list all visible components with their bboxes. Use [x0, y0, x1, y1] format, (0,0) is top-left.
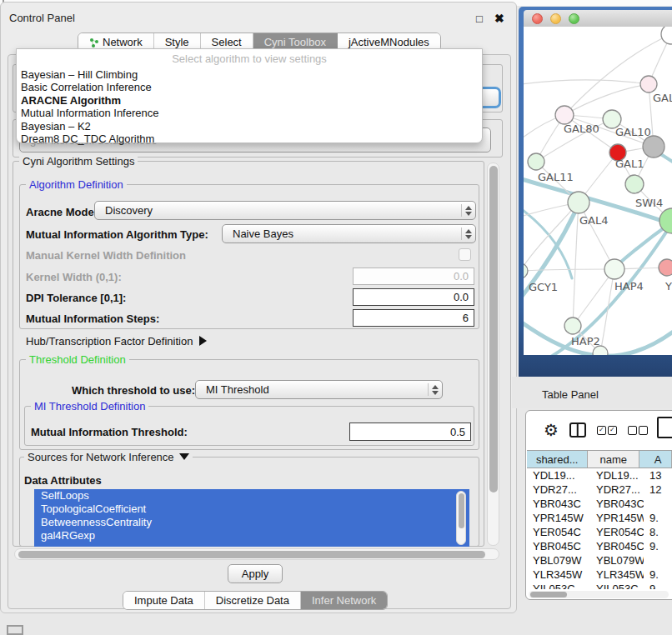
data-attribute-item[interactable]: TopologicalCoefficient [34, 502, 469, 516]
hub-section-label: Hub/Transcription Factor Definition [26, 335, 193, 348]
split-columns-icon[interactable] [569, 422, 586, 438]
tab-infer-network[interactable]: Infer Network [301, 592, 387, 609]
network-node-unlabeled-top[interactable] [661, 27, 672, 44]
mi-steps-field[interactable]: 6 [353, 309, 474, 327]
table-row[interactable]: YBR043CYBR043C [527, 497, 672, 511]
minimize-traffic-light-icon[interactable] [550, 13, 561, 24]
node-label-GAL: GAL [653, 92, 672, 104]
zoom-traffic-light-icon[interactable] [569, 13, 579, 24]
table-row[interactable]: YLR345WYLR345W9. [527, 568, 672, 582]
column-header-name[interactable]: name [588, 451, 639, 468]
table-row[interactable]: YIL053CYIL053C9. [527, 582, 672, 589]
stepper-arrows-icon [461, 228, 475, 240]
settings-horizontal-scrollbar[interactable] [14, 548, 499, 560]
table-row[interactable]: YDL19...YDL19...13 [527, 468, 672, 482]
settings-vertical-scrollbar[interactable] [487, 162, 499, 546]
network-node-GCY1[interactable] [524, 263, 528, 278]
table-cell: YBL079W [527, 553, 590, 568]
data-attributes-list[interactable]: SelfLoopsTopologicalCoefficientBetweenne… [34, 489, 469, 547]
table-cell: YIL053C [590, 582, 644, 589]
algorithm-option[interactable]: Basic Correlation Inference [21, 81, 478, 93]
table-cell: YIL053C [527, 582, 590, 589]
network-node-HAP2[interactable] [564, 318, 581, 334]
table-row[interactable]: YDR27...YDR27...12 [527, 482, 672, 497]
cyni-bottom-tabs: Impute DataDiscretize DataInfer Network [123, 591, 388, 610]
table-cell: YBR043C [527, 497, 590, 511]
apply-button[interactable]: Apply [228, 564, 283, 583]
sources-legend: Sources for Network Inference [24, 451, 193, 463]
table-horizontal-scrollbar-thumb[interactable] [530, 592, 567, 598]
collapsed-arrow-icon[interactable] [199, 336, 207, 346]
network-edge-gray[interactable] [564, 84, 649, 115]
column-header-partial[interactable]: A [639, 451, 672, 468]
settings-vertical-scrollbar-thumb[interactable] [489, 166, 498, 492]
algorithm-option[interactable]: Dream8 DC_TDC Algorithm [21, 132, 478, 145]
deselect-all-icon[interactable] [628, 426, 648, 435]
data-attribute-item[interactable] [34, 542, 469, 547]
network-edge-teal[interactable] [545, 223, 672, 355]
network-node-GAL4[interactable] [568, 192, 589, 213]
attributes-list-scrollbar-thumb[interactable] [459, 493, 464, 528]
network-node-pink-right[interactable] [659, 259, 672, 276]
data-attribute-item[interactable]: BetweennessCentrality [34, 516, 469, 529]
float-window-icon[interactable]: □ [476, 12, 483, 25]
network-window-titlebar[interactable] [524, 10, 672, 27]
aracne-mode-combo[interactable]: Discovery [94, 201, 476, 220]
column-header-shared-name[interactable]: shared... [527, 451, 588, 468]
network-node-GAL1[interactable] [625, 175, 644, 193]
expanded-arrow-icon[interactable] [179, 453, 189, 460]
algorithm-option[interactable]: Bayesian – K2 [21, 120, 478, 132]
dpi-tolerance-field[interactable]: 0.0 [353, 288, 474, 306]
select-all-icon[interactable]: ✓✓ [597, 426, 617, 435]
table-cell: YPR145W [590, 511, 644, 525]
network-edge-teal[interactable] [524, 203, 572, 278]
mi-algorithm-type-label: Mutual Information Algorithm Type: [26, 228, 208, 241]
aracne-mode-label: Aracne Mode: [26, 206, 98, 218]
tab-label: Infer Network [312, 594, 376, 607]
settings-horizontal-scrollbar-thumb[interactable] [18, 551, 485, 558]
algorithm-option[interactable]: Bayesian – Hill Climbing [21, 68, 478, 81]
algorithm-option[interactable]: Mutual Information Inference [21, 107, 478, 119]
cut-off-bottom-icon [7, 625, 23, 635]
table-cell: YLR345W [590, 568, 644, 582]
hub-section-toggle[interactable]: Hub/Transcription Factor Definition [26, 335, 207, 348]
tab-discretize-data[interactable]: Discretize Data [205, 592, 301, 609]
manual-kernel-width-checkbox[interactable] [459, 248, 471, 261]
table-row[interactable]: YER054CYER054C8. [527, 525, 672, 539]
table-rows: YDL19...YDL19...13YDR27...YDR27...12YBR0… [527, 468, 672, 589]
network-edge-gray[interactable] [573, 202, 579, 326]
which-threshold-combo[interactable]: MI Threshold [195, 380, 443, 399]
network-node-GAL11[interactable] [528, 153, 544, 170]
network-node-GAL80[interactable] [555, 106, 574, 124]
mi-algorithm-type-combo[interactable]: Naive Bayes [222, 224, 476, 243]
data-attribute-item[interactable]: gal4RGexp [34, 529, 469, 542]
algorithm-dropdown-popup: Select algorithm to view settings Bayesi… [16, 48, 483, 143]
network-edge-gray[interactable] [573, 269, 614, 326]
mi-threshold-field[interactable]: 0.5 [349, 422, 471, 441]
network-edge-gray[interactable] [600, 269, 614, 353]
kernel-width-field[interactable]: 0.0 [353, 268, 474, 285]
attributes-list-scrollbar[interactable] [456, 491, 466, 545]
node-label-GAL1: GAL1 [615, 158, 644, 170]
network-edge-gray[interactable] [524, 80, 649, 85]
table-row[interactable]: YBR045CYBR045C9. [527, 539, 672, 553]
table-cell: YBL079W [590, 553, 644, 568]
node-label-GAL4: GAL4 [579, 214, 608, 227]
algorithm-option[interactable]: ARACNE Algorithm [21, 94, 478, 107]
close-icon[interactable]: ✖ [494, 12, 504, 25]
document-icon[interactable] [657, 417, 672, 438]
network-node-GAL10[interactable] [643, 136, 664, 158]
table-cell: YBR045C [590, 539, 644, 553]
network-node-unlabeled-pink[interactable] [640, 76, 657, 92]
data-attribute-item[interactable]: SelfLoops [34, 489, 469, 502]
node-label-GAL11: GAL11 [538, 171, 574, 183]
network-view-canvas[interactable]: GALGAL80GAL10GAL1GAL11SWI4GAL4GCY1HAP4YH… [524, 27, 672, 355]
tab-impute-data[interactable]: Impute Data [123, 592, 205, 609]
network-node-HAP4[interactable] [604, 259, 624, 279]
table-row[interactable]: YBL079WYBL079W [527, 553, 672, 568]
node-label-GAL80: GAL80 [564, 122, 599, 135]
table-row[interactable]: YPR145WYPR145W9. [527, 511, 672, 525]
close-traffic-light-icon[interactable] [532, 13, 543, 24]
gear-icon[interactable]: ⚙ [544, 422, 559, 438]
stepper-arrows-icon [428, 383, 442, 396]
